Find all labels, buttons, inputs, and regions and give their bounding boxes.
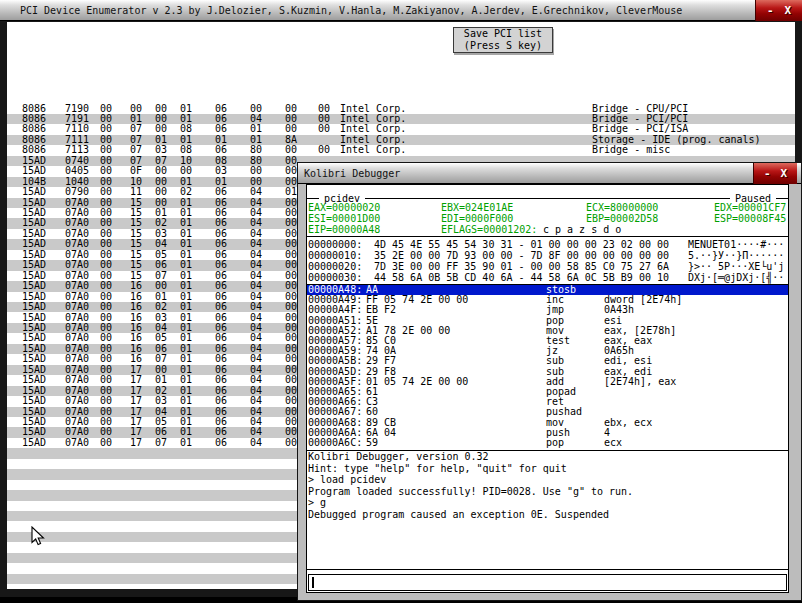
section-divider [307, 236, 788, 237]
hexdump-ascii: MENUET01····#··· [688, 240, 784, 250]
console-line: Kolibri Debugger, version 0.32 [308, 452, 489, 462]
pci-titlebar[interactable]: PCI Device Enumerator v 2.3 by J.Delozie… [0, 0, 802, 21]
disasm-mnemonic: pop [546, 438, 564, 448]
console-line: Debugged program caused an exception 0E.… [308, 510, 609, 520]
debugger-titlebar[interactable]: Kolibri Debugger - X [298, 163, 801, 184]
register-value: ESP=00008F45 [714, 214, 786, 224]
disasm-bytes: 59 [366, 438, 378, 448]
pci-cell-class: 06 [215, 438, 227, 448]
save-button-line1: Save PCI list [464, 28, 542, 39]
register-value: EDX=00001CF7 [714, 203, 786, 213]
pci-cell-device: 17 [130, 396, 142, 406]
debugger-titlebar-buttons: - X [753, 163, 797, 184]
save-button-line2: (Press S key) [464, 40, 542, 51]
register-value: EFLAGS=00001202: [441, 225, 537, 235]
pci-cell-interface: 00 [285, 302, 297, 312]
pci-cell-device_id: 07A0 [65, 438, 89, 448]
pci-cell-irq: 00 [318, 124, 330, 134]
pci-cell-bus: 00 [100, 396, 112, 406]
hexdump-ascii: DXj·[═@jDXj·[╣·· [688, 273, 784, 283]
section-divider [307, 569, 788, 570]
disasm-operands: ebx, ecx [604, 418, 652, 428]
pci-cell-interface: 00 [285, 396, 297, 406]
pci-cell-revision: 01 [180, 302, 192, 312]
pci-cell-bus: 00 [100, 302, 112, 312]
pci-cell-vendor_id: 15AD [22, 438, 46, 448]
cpu-flags: c p a z s d o [543, 225, 621, 235]
hexdump-bytes: 35 2E 00 00 7D 93 00 00 - 7D 8F 00 00 00… [374, 251, 669, 261]
pci-cell-vendor_name: Intel Corp. [340, 145, 406, 155]
disasm-operands: [2E74h], eax [604, 377, 676, 387]
hexdump-ascii: }>·· 5Р···XЕ└u'j [688, 262, 784, 272]
pci-cell-class: 06 [215, 187, 227, 197]
hexdump-address: 00000020: [308, 262, 362, 272]
console-line: > load pcidev [308, 475, 386, 485]
hexdump-bytes: 44 58 6A 0B 5B CD 40 6A - 44 58 6A 0C 5B… [374, 273, 669, 283]
debugger-close-button[interactable]: X [780, 168, 787, 179]
register-value: EDI=0000F000 [441, 214, 513, 224]
pci-cell-bus: 00 [100, 187, 112, 197]
pci-cell-vendor_id: 15AD [22, 187, 46, 197]
hexdump-bytes: 7D 3E 00 00 FF 35 90 01 - 00 00 58 85 C0… [374, 262, 669, 272]
pci-cell-function: 03 [155, 396, 167, 406]
pci-cell-function: 02 [155, 302, 167, 312]
pci-cell-device_id: 07A0 [65, 396, 89, 406]
pci-cell-vendor_id: 15AD [22, 396, 46, 406]
debugger-window: Kolibri Debugger - X pcidev Paused EAX=0… [297, 162, 802, 601]
pci-cell-function: 00 [155, 187, 167, 197]
debugger-window-title: Kolibri Debugger [304, 168, 400, 179]
pci-cell-subclass: 04 [250, 396, 262, 406]
pci-cell-device_id: 0790 [65, 187, 89, 197]
debugger-minimize-button[interactable]: - [764, 168, 771, 179]
pci-cell-vendor_id: 15AD [22, 302, 46, 312]
hexdump-address: 00000030: [308, 273, 362, 283]
mouse-cursor-icon [31, 526, 45, 546]
pci-cell-function: 07 [155, 438, 167, 448]
pci-table-row: 808671130007030806800000Intel Corp.Bridg… [7, 145, 795, 155]
pci-titlebar-buttons: - X [755, 0, 802, 21]
text-caret [312, 577, 314, 588]
pci-cell-class: 06 [215, 302, 227, 312]
pci-cell-bus: 00 [100, 438, 112, 448]
register-value: EBX=024E01AE [441, 203, 513, 213]
hexdump-address: 00000010: [308, 251, 362, 261]
pci-cell-class: 06 [215, 396, 227, 406]
pci-cell-interface: 00 [285, 438, 297, 448]
console-line: Program loaded successfully! PID=0028. U… [308, 487, 633, 497]
pci-cell-device: 11 [130, 187, 142, 197]
register-value: ECX=80000000 [586, 203, 658, 213]
disasm-line: 00000A6C:59popecx [307, 438, 788, 448]
console-line: Hint: type "help" for help, "quit" for q… [308, 464, 567, 474]
register-value: EBP=00002D58 [586, 214, 658, 224]
console-line: > g [308, 498, 326, 508]
save-pci-list-button[interactable]: Save PCI list (Press S key) [453, 27, 553, 53]
register-value: EAX=00000020 [308, 203, 380, 213]
pci-cell-subclass: 04 [250, 187, 262, 197]
pci-cell-revision: 02 [180, 187, 192, 197]
pci-cell-device: 17 [130, 438, 142, 448]
pci-cell-subclass: 04 [250, 302, 262, 312]
pci-cell-subclass: 04 [250, 438, 262, 448]
hexdump-address: 00000000: [308, 240, 362, 250]
desktop: PCI Device Enumerator v 2.3 by J.Delozie… [0, 0, 802, 603]
pci-minimize-button[interactable]: - [767, 5, 774, 16]
command-input[interactable] [308, 574, 787, 591]
register-value: ESI=00001D00 [308, 214, 380, 224]
hexdump-ascii: 5.··}У··}П······ [688, 251, 784, 261]
pci-cell-interface: 01 [285, 187, 297, 197]
register-value: EIP=00000A48 [308, 225, 380, 235]
hexdump-bytes: 4D 45 4E 55 45 54 30 31 - 01 00 00 00 23… [374, 240, 669, 250]
debugger-client-area: pcidev Paused EAX=00000020EBX=024E01AEEC… [306, 184, 789, 593]
pci-cell-device: 16 [130, 302, 142, 312]
pci-cell-revision: 01 [180, 396, 192, 406]
pci-cell-device_id: 07A0 [65, 302, 89, 312]
disasm-operands: ecx [604, 438, 622, 448]
pci-close-button[interactable]: X [784, 5, 791, 16]
pci-window-title: PCI Device Enumerator v 2.3 by J.Delozie… [20, 5, 682, 16]
disasm-address: 00000A6C: [308, 438, 362, 448]
disasm-bytes: 01 05 74 2E 00 00 [366, 377, 468, 387]
pci-cell-description: Bridge - misc [592, 145, 670, 155]
pci-cell-revision: 01 [180, 438, 192, 448]
pci-cell-irq: 00 [318, 145, 330, 155]
register-panel-border [307, 198, 788, 199]
